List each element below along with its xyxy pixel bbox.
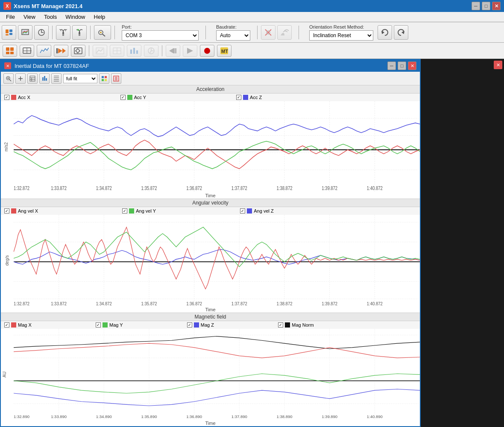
close-btn[interactable]: ✕ xyxy=(492,2,501,10)
svg-text:1:33.872: 1:33.872 xyxy=(51,185,67,191)
tb2-skip-start[interactable] xyxy=(166,45,180,57)
tb2-play[interactable] xyxy=(183,45,197,57)
svg-text:1:35.890: 1:35.890 xyxy=(141,415,157,419)
svg-text:1:39.872: 1:39.872 xyxy=(322,301,337,306)
mag-x-checkbox[interactable]: ✓ xyxy=(4,322,9,328)
orientation-label: Orientation Reset Method: xyxy=(309,24,373,29)
svg-text:1:37.872: 1:37.872 xyxy=(231,301,247,306)
angvel-y-unit: deg/s xyxy=(5,255,9,266)
fit-select[interactable]: full fit fit x fit y xyxy=(63,74,97,83)
acc-y-checkbox[interactable]: ✓ xyxy=(120,95,126,100)
mag-legend: ✓ Mag X ✓ Mag Y ✓ Mag Z xyxy=(1,321,420,329)
svg-marker-38 xyxy=(187,48,193,54)
angvel-chart-area: deg/s 200 100 0 -100 -200 xyxy=(1,215,420,306)
svg-text:1:40.872: 1:40.872 xyxy=(367,301,383,306)
mag-y-checkbox[interactable]: ✓ xyxy=(96,322,101,328)
svg-rect-20 xyxy=(6,52,9,54)
chart-restore-btn[interactable]: □ xyxy=(398,61,406,70)
right-panel-close[interactable]: ✕ xyxy=(494,61,502,69)
svg-marker-35 xyxy=(169,48,173,53)
acc-x-checkbox[interactable]: ✓ xyxy=(4,95,9,100)
menu-window[interactable]: Window xyxy=(61,13,89,21)
svg-rect-18 xyxy=(6,47,9,51)
chart-minimize-btn[interactable]: ─ xyxy=(387,61,396,70)
svg-rect-0 xyxy=(6,29,9,33)
svg-rect-37 xyxy=(175,48,176,53)
acc-z-checkbox[interactable]: ✓ xyxy=(236,95,241,100)
maximize-btn[interactable]: □ xyxy=(482,2,490,10)
ct-lines[interactable] xyxy=(51,73,62,84)
svg-text:1:37.872: 1:37.872 xyxy=(231,185,247,191)
tb2-graph-3[interactable] xyxy=(127,45,141,57)
angvel-x-checkbox[interactable]: ✓ xyxy=(4,208,9,214)
tb2-record[interactable] xyxy=(200,45,214,57)
tb2-graph-4[interactable] xyxy=(144,45,158,57)
angvel-y-checkbox[interactable]: ✓ xyxy=(122,208,127,214)
orientation-select[interactable]: Inclination Reset Heading Reset Object R… xyxy=(309,30,373,41)
mag-norm-checkbox[interactable]: ✓ xyxy=(278,322,283,328)
svg-rect-54 xyxy=(46,78,47,81)
tb2-btn-3[interactable] xyxy=(37,45,51,57)
tb-btn-1[interactable] xyxy=(2,25,16,40)
app-icon: X xyxy=(3,2,11,10)
angvel-svg: 200 100 0 -100 -200 xyxy=(14,215,420,306)
port-select[interactable]: COM 3 xyxy=(122,30,199,41)
svg-marker-17 xyxy=(401,31,404,34)
tb2-btn-5[interactable] xyxy=(71,45,85,57)
tb2-graph-2[interactable] xyxy=(110,45,124,57)
svg-point-10 xyxy=(79,32,80,34)
chart-close-icon[interactable]: ✕ xyxy=(4,62,11,69)
chart-close-btn[interactable]: ✕ xyxy=(408,61,416,70)
ct-chart-type[interactable] xyxy=(39,73,50,84)
baud-select[interactable]: Auto 115200 230400 xyxy=(216,30,250,41)
angvel-y-label: Ang vel Y xyxy=(136,208,156,214)
tb-btn-3[interactable] xyxy=(34,25,49,40)
tb-signal-1[interactable] xyxy=(261,25,275,40)
ct-add[interactable] xyxy=(15,73,26,84)
svg-text:1:40.890: 1:40.890 xyxy=(367,415,383,419)
charts-container: Acceleration ✓ Acc X ✓ Acc Y xyxy=(1,85,420,426)
tb2-btn-4[interactable] xyxy=(54,45,68,57)
svg-text:1:36.872: 1:36.872 xyxy=(186,185,202,191)
menu-view[interactable]: View xyxy=(19,13,40,21)
tb-reset-1[interactable] xyxy=(378,25,392,40)
svg-point-39 xyxy=(204,48,210,54)
baud-label: Baudrate: xyxy=(216,24,250,29)
tb-antenna-2[interactable] xyxy=(72,25,87,40)
tb2-special[interactable]: MT xyxy=(217,45,231,57)
svg-text:1:34.872: 1:34.872 xyxy=(96,301,112,306)
tb-reset-2[interactable] xyxy=(394,25,408,40)
angvel-z-checkbox[interactable]: ✓ xyxy=(240,208,245,214)
menu-file[interactable]: File xyxy=(2,13,19,21)
baud-group: Baudrate: Auto 115200 230400 xyxy=(216,24,250,41)
svg-text:1:40.872: 1:40.872 xyxy=(367,185,383,191)
chart-toolbar: full fit fit x fit y xyxy=(1,72,420,85)
tb2-btn-1[interactable] xyxy=(3,45,17,57)
ct-export[interactable] xyxy=(111,73,121,84)
chart-window: ✕ Inertial Data for MT 037824AF ─ □ ✕ xyxy=(0,59,421,427)
svg-marker-16 xyxy=(382,31,384,34)
mag-z-label: Mag Z xyxy=(201,322,214,328)
ct-table[interactable] xyxy=(27,73,38,84)
mag-z-checkbox[interactable]: ✓ xyxy=(187,322,192,328)
svg-text:1:34.890: 1:34.890 xyxy=(96,415,112,419)
ct-color[interactable] xyxy=(99,73,109,84)
tb-signal-2[interactable] xyxy=(277,25,292,40)
svg-text:MT: MT xyxy=(221,49,228,54)
svg-text:1:32.872: 1:32.872 xyxy=(14,301,29,306)
svg-marker-24 xyxy=(62,48,66,53)
svg-rect-32 xyxy=(133,48,135,54)
acceleration-panel: Acceleration ✓ Acc X ✓ Acc Y xyxy=(1,85,420,199)
tb2-graph-1[interactable] xyxy=(93,45,107,57)
menu-help[interactable]: Help xyxy=(90,13,110,21)
angvel-x-label: Ang vel X xyxy=(18,208,38,214)
tb-search[interactable] xyxy=(94,25,111,40)
tb-antenna-1[interactable] xyxy=(56,25,70,40)
ct-zoom-in[interactable] xyxy=(3,73,14,84)
svg-rect-36 xyxy=(173,48,175,53)
menu-tools[interactable]: Tools xyxy=(40,13,61,21)
tb-btn-2[interactable] xyxy=(18,25,32,40)
minimize-btn[interactable]: ─ xyxy=(472,2,480,10)
tb2-btn-2[interactable] xyxy=(20,45,34,57)
svg-text:1:37.890: 1:37.890 xyxy=(231,415,247,419)
